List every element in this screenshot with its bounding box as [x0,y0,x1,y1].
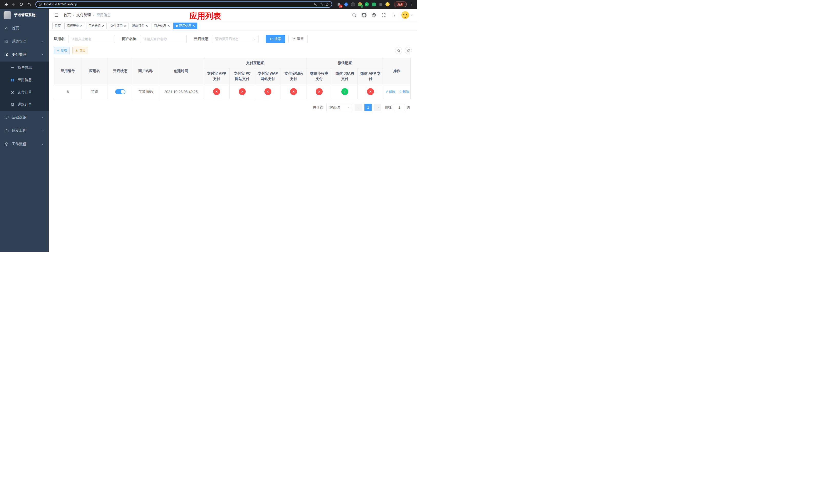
page-number-button[interactable]: 1 [365,104,372,111]
chevron-down-icon [41,40,44,43]
close-icon[interactable] [102,25,104,27]
extensions-cluster: 10 1 ✓ [335,2,391,7]
sidebar-item-payment[interactable]: ¥ 支付管理 [0,48,49,62]
browser-home-button[interactable] [26,1,32,8]
update-button[interactable]: 更新 [394,2,407,7]
grid-icon [10,78,14,82]
col-created: 创建时间 [158,58,204,84]
browser-refresh-button[interactable] [18,1,25,8]
sidebar-item-merchant-info[interactable]: 商户信息 [0,62,49,74]
breadcrumb-app-info: 应用信息 [96,13,111,18]
help-icon[interactable] [372,13,376,18]
merchant-name-input[interactable] [140,35,187,43]
sidebar-item-infrastructure[interactable]: 基础设施 [0,111,49,124]
edit-link[interactable]: 修改 [386,90,395,94]
sidebar-item-system[interactable]: 系统管理 [0,35,49,48]
tab-refund-order[interactable]: 退款订单 [130,23,150,29]
sidebar-item-refund-order[interactable]: 退款订单 [0,98,49,111]
gear-icon [5,40,9,44]
sidebar-toggle-icon[interactable] [53,12,60,19]
extension-blue-gem-icon[interactable] [344,2,348,7]
breadcrumb-payment[interactable]: 支付管理 [76,13,91,18]
extension-puzzle2-icon[interactable] [378,2,383,7]
tab-app-info[interactable]: 应用信息 [173,23,197,29]
github-icon[interactable] [361,13,367,18]
tab-merchant-info[interactable]: 商户信息 [152,23,172,29]
sidebar-item-dev-tools[interactable]: 研发工具 [0,124,49,137]
app-name-label: 应用名 [54,37,65,41]
tab-user-group[interactable]: 用户分组 [86,23,107,29]
url-text[interactable]: localhost:1024/pay/app [44,3,311,6]
pencil-icon [386,90,388,93]
toolbox-icon [5,129,9,133]
search-icon[interactable] [352,13,356,18]
browser-forward-button[interactable] [10,1,17,8]
sidebar-item-pay-order[interactable]: 支付订单 [0,86,49,98]
col-ops: 操作 [383,58,411,84]
extension-profile-icon[interactable]: 1 [357,2,362,7]
extensions-puzzle-icon[interactable]: 10 [337,2,341,7]
font-size-icon[interactable] [391,13,396,18]
extension-check-icon[interactable]: ✓ [365,2,369,7]
breadcrumb-home[interactable]: 首页 [64,13,71,18]
delete-link[interactable]: 删除 [399,90,409,94]
trash-icon [399,90,402,93]
forward-arrow-icon [12,2,16,7]
bookmark-star-icon[interactable] [325,3,329,6]
col-wx-app: 微信 APP 支付 [358,68,383,84]
credit-card-icon [10,66,14,70]
pagination-total: 共 1 条 [313,105,323,110]
search-button[interactable]: 搜索 [266,35,285,43]
sidebar-item-home[interactable]: 首页 [0,22,49,35]
password-key-icon[interactable] [313,3,317,6]
extension-dark-icon[interactable] [351,2,355,7]
site-info-icon[interactable] [39,3,42,6]
monitor-icon [5,115,9,119]
close-icon[interactable] [80,25,83,27]
extension-chat-icon[interactable] [371,2,376,7]
main-content: 应用名 商户名称 开启状态 请选择开启状态 搜索 [49,30,417,252]
browser-menu-icon[interactable]: ⋮ [409,2,414,7]
export-button[interactable]: 导出 [72,47,88,54]
close-icon[interactable] [124,25,126,27]
sidebar-item-workflow[interactable]: 工作流程 [0,137,49,151]
refresh-table-button[interactable] [405,47,412,54]
tab-home[interactable]: 首页 [52,23,63,29]
fullscreen-icon[interactable] [381,13,386,18]
goto-page-input[interactable] [394,104,405,111]
page-size-select[interactable]: 10条/页 [327,104,352,111]
address-bar[interactable]: localhost:1024/pay/app [36,1,332,8]
browser-back-button[interactable] [3,1,9,8]
breadcrumb: 首页 支付管理 应用信息 [64,13,111,18]
cell-app-id: 6 [54,84,82,99]
next-page-button[interactable] [374,104,381,111]
prev-page-button[interactable] [355,104,362,111]
close-icon[interactable] [193,25,195,27]
chevron-down-icon [41,129,44,132]
search-icon [270,38,273,41]
browser-chrome: localhost:1024/pay/app 10 1 ✓ [0,0,417,9]
close-icon[interactable] [168,25,170,27]
tab-pay-order[interactable]: 支付订单 [108,23,129,29]
col-alipay-qr: 支付宝扫码支付 [281,68,306,84]
tab-process-form[interactable]: 流程表单 [64,23,85,29]
col-wx-mini: 微信小程序支付 [306,68,332,84]
col-wx-jsapi: 微信 JSAPI 支付 [332,68,358,84]
extension-badge: 1 [361,5,363,8]
status-select[interactable]: 请选择开启状态 [212,35,259,43]
close-icon[interactable] [146,25,148,27]
chevron-left-icon [357,106,360,109]
extension-emoji-icon[interactable] [385,2,390,7]
search-icon [397,49,400,52]
add-button[interactable]: 新增 [54,47,70,54]
reset-button[interactable]: 重置 [288,35,308,43]
share-icon[interactable] [319,3,323,6]
sidebar-item-app-info[interactable]: 应用信息 [0,74,49,86]
user-avatar[interactable] [401,11,413,19]
col-app-id: 应用编号 [54,58,82,84]
refresh-icon [292,38,296,41]
status-toggle[interactable] [115,89,126,94]
col-app-name: 应用名 [82,58,107,84]
toggle-search-button[interactable] [395,47,402,54]
app-name-input[interactable] [68,35,115,43]
